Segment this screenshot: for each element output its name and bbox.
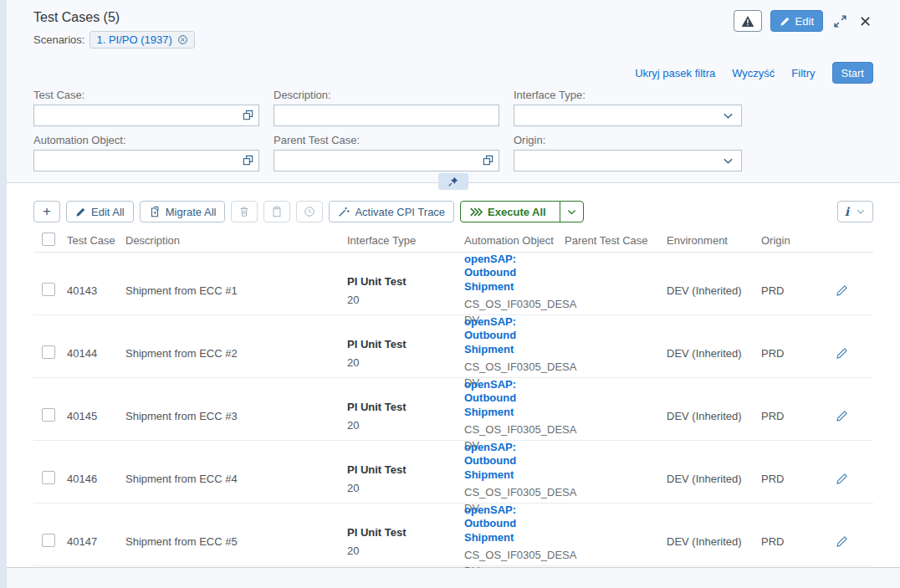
row-checkbox[interactable] [42,534,55,547]
table-row[interactable]: 40146 Shipment from ECC #4 PI Unit Test … [33,441,873,504]
automation-object-link[interactable]: openSAP: Outbound Shipment [464,315,558,356]
table-row[interactable]: 40143 Shipment from ECC #1 PI Unit Test … [33,253,873,315]
cell-test-case: 40144 [67,347,125,360]
cell-description: Shipment from ECC #5 [125,535,347,548]
filter-label-description: Description: [274,89,499,101]
scenario-token-text: 1. PI/PO (1937) [96,33,171,46]
scenarios-label: Scenarios: [33,33,84,46]
plus-icon: + [43,203,51,220]
cell-origin: PRD [761,410,832,422]
cell-origin: PRD [761,473,832,485]
cell-test-case: 40146 [67,473,125,485]
row-checkbox[interactable] [42,345,55,359]
column-header-environment[interactable]: Environment [667,234,761,247]
start-button[interactable]: Start [832,62,873,84]
pencil-icon [75,207,86,217]
pencil-icon [836,284,848,297]
execute-all-dropdown[interactable] [560,202,583,222]
pencil-icon [836,347,848,360]
row-edit-button[interactable] [832,344,851,363]
triple-chevron-icon [469,207,483,217]
cell-environment: DEV (Inherited) [667,535,761,548]
filter-label-interface-type: Interface Type: [514,89,742,101]
table-row[interactable]: 40147 Shipment from ECC #5 PI Unit Test … [33,504,873,566]
edit-button[interactable]: Edit [770,10,823,32]
filter-label-test-case: Test Case: [33,89,259,101]
test-case-input[interactable] [33,105,259,126]
filters-link[interactable]: Filtry [791,67,815,79]
filter-field-parent-test-case: Parent Test Case: [274,134,499,171]
edit-all-button[interactable]: Edit All [66,201,134,222]
cell-origin: PRD [761,347,832,360]
clear-link[interactable]: Wyczyść [732,67,775,79]
row-edit-button[interactable] [832,281,851,300]
select-all-checkbox[interactable] [42,233,55,246]
migrate-all-button[interactable]: Migrate All [140,201,226,222]
header-left: Test Cases (5) Scenarios: 1. PI/PO (1937… [33,8,195,49]
description-input[interactable] [274,105,499,126]
value-help-icon[interactable] [242,154,254,166]
column-header-parent-test-case[interactable]: Parent Test Case [565,234,667,247]
warnings-button[interactable] [734,10,762,32]
table-body: 40143 Shipment from ECC #1 PI Unit Test … [33,253,873,566]
activate-cpi-trace-label: Activate CPI Trace [355,206,445,218]
chevron-down-icon [722,110,734,122]
history-button[interactable] [296,201,323,222]
hide-filter-bar-link[interactable]: Ukryj pasek filtra [635,67,715,79]
info-menu-button[interactable]: i [837,201,873,222]
migrate-icon [149,206,161,217]
pushpin-icon [447,176,459,187]
value-help-icon[interactable] [482,154,494,166]
filter-label-parent-test-case: Parent Test Case: [274,134,499,146]
automation-object-input[interactable] [33,150,259,171]
close-icon [859,15,872,28]
column-header-test-case[interactable]: Test Case [67,234,125,247]
remove-token-icon[interactable] [177,34,188,45]
column-header-description[interactable]: Description [125,234,347,247]
paste-button[interactable] [263,201,290,222]
automation-object-link[interactable]: openSAP: Outbound Shipment [464,441,558,482]
add-button[interactable]: + [33,201,60,222]
origin-select[interactable] [514,150,742,171]
table-row[interactable]: 40145 Shipment from ECC #3 PI Unit Test … [33,378,873,441]
column-header-origin[interactable]: Origin [761,234,832,247]
expand-button[interactable] [831,13,849,30]
cell-description: Shipment from ECC #3 [125,410,347,422]
cell-interface-type: PI Unit Test 20 [347,275,464,306]
cell-interface-type: PI Unit Test 20 [347,463,464,494]
column-header-automation-object[interactable]: Automation Object [464,234,565,247]
value-help-icon[interactable] [242,109,254,121]
column-header-interface-type[interactable]: Interface Type [347,234,464,247]
warning-icon [741,15,754,28]
cell-test-case: 40143 [67,284,125,297]
activate-cpi-trace-button[interactable]: Activate CPI Trace [329,201,454,222]
chevron-down-icon [722,155,734,167]
interface-type-select[interactable] [514,105,742,126]
automation-object-link[interactable]: openSAP: Outbound Shipment [464,378,558,419]
row-checkbox[interactable] [42,471,55,484]
row-checkbox[interactable] [42,408,55,422]
clock-icon [304,206,315,217]
cell-interface-type: PI Unit Test 20 [347,401,464,432]
row-edit-button[interactable] [832,406,851,426]
cell-test-case: 40147 [67,535,125,548]
row-edit-button[interactable] [832,532,851,551]
row-edit-button[interactable] [832,469,851,488]
execute-all-button[interactable]: Execute All [460,201,584,222]
row-checkbox[interactable] [42,283,55,296]
table-row[interactable]: 40144 Shipment from ECC #2 PI Unit Test … [33,315,873,378]
filter-field-origin: Origin: [514,134,742,171]
pin-filter-bar-button[interactable] [438,173,468,190]
automation-object-link[interactable]: openSAP: Outbound Shipment [464,504,558,545]
cell-test-case: 40145 [67,410,125,422]
automation-object-link[interactable]: openSAP: Outbound Shipment [464,253,558,294]
filter-field-automation-object: Automation Object: [33,134,259,171]
pencil-icon [836,535,848,548]
close-button[interactable] [857,13,873,29]
parent-test-case-input[interactable] [274,150,499,171]
cell-environment: DEV (Inherited) [667,473,761,485]
header-actions: Edit [734,8,873,32]
scenario-token[interactable]: 1. PI/PO (1937) [89,31,194,49]
delete-button[interactable] [231,201,258,222]
execute-all-main[interactable]: Execute All [461,202,555,222]
